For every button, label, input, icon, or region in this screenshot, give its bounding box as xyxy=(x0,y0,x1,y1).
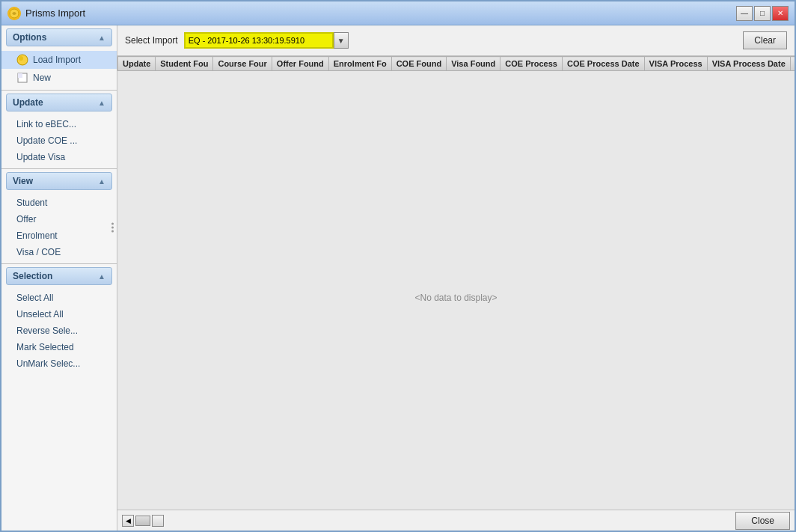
update-coe-label: Update COE ... xyxy=(16,135,77,146)
window-controls: — □ ✕ xyxy=(736,6,789,21)
section-header-selection[interactable]: Selection ▲ xyxy=(6,267,112,285)
col-update: Update xyxy=(118,57,156,71)
section-items-update: Link to eBEC... Update COE ... Update Vi… xyxy=(1,114,117,167)
offer-label: Offer xyxy=(16,214,36,224)
separator-3 xyxy=(1,263,117,264)
col-current-coe-status: Current COE Status xyxy=(790,57,795,71)
clear-button[interactable]: Clear xyxy=(743,31,787,49)
col-coe-process-date: COE Process Date xyxy=(562,57,644,71)
col-visa-process: VISA Process xyxy=(644,57,707,71)
unmark-selected-label: UnMark Selec... xyxy=(16,358,80,369)
col-offer-found: Offer Found xyxy=(272,57,328,71)
section-items-view: Student Offer Enrolment Visa / COE xyxy=(1,193,117,262)
grid-header-row: Update Student Fou Course Four Offer Fou… xyxy=(118,57,795,71)
sidebar-item-select-all[interactable]: Select All xyxy=(1,290,117,306)
window-title: Prisms Import xyxy=(25,7,85,19)
sidebar-item-unselect-all[interactable]: Unselect All xyxy=(1,306,117,322)
section-label-view: View xyxy=(13,176,33,186)
scroll-right-button[interactable]: ▶ xyxy=(152,515,164,527)
select-import-label: Select Import xyxy=(125,35,178,46)
combo-dropdown-arrow[interactable]: ▼ xyxy=(334,32,349,49)
bottom-bar: ◀ ▶ Close xyxy=(117,510,795,531)
col-coe-found: COE Found xyxy=(391,57,447,71)
load-import-label: Load Import xyxy=(33,55,81,65)
svg-point-3 xyxy=(19,56,23,61)
unselect-all-label: Unselect All xyxy=(16,309,64,319)
chevron-up-selection-icon: ▲ xyxy=(98,272,105,281)
select-all-label: Select All xyxy=(16,293,53,303)
import-combo-input[interactable] xyxy=(184,32,334,49)
resize-handle[interactable] xyxy=(111,223,117,233)
main-window: Prisms Import — □ ✕ Options ▲ xyxy=(0,0,796,532)
no-data-message: <No data to display> xyxy=(414,293,497,303)
separator-2 xyxy=(1,168,117,169)
section-header-view[interactable]: View ▲ xyxy=(6,172,112,190)
sidebar: Options ▲ Load Import xyxy=(1,25,117,531)
scroll-thumb[interactable] xyxy=(135,516,150,526)
grid-container[interactable]: Update Student Fou Course Four Offer Fou… xyxy=(117,56,795,510)
student-label: Student xyxy=(16,198,47,208)
sidebar-item-mark-selected[interactable]: Mark Selected xyxy=(1,339,117,355)
sidebar-item-update-coe[interactable]: Update COE ... xyxy=(1,132,117,149)
title-close-button[interactable]: ✕ xyxy=(772,6,789,21)
svg-rect-5 xyxy=(18,73,22,78)
col-visa-process-date: VISA Process Date xyxy=(707,57,790,71)
sidebar-item-enrolment[interactable]: Enrolment xyxy=(1,227,117,244)
section-items-selection: Select All Unselect All Reverse Sele... … xyxy=(1,288,117,373)
sidebar-item-link-to-ebec[interactable]: Link to eBEC... xyxy=(1,116,117,132)
app-icon xyxy=(7,7,21,20)
reverse-select-label: Reverse Sele... xyxy=(16,325,78,336)
chevron-up-icon: ▲ xyxy=(98,34,105,42)
update-visa-label: Update Visa xyxy=(16,152,65,162)
chevron-up-view-icon: ▲ xyxy=(98,177,105,186)
close-button[interactable]: Close xyxy=(735,512,790,530)
col-coe-process: COE Process xyxy=(500,57,563,71)
sidebar-item-new[interactable]: New xyxy=(1,69,117,87)
title-bar-left: Prisms Import xyxy=(7,7,85,20)
content-area: Options ▲ Load Import xyxy=(1,25,795,531)
sidebar-item-visa-coe[interactable]: Visa / COE xyxy=(1,244,117,260)
grid-table: Update Student Fou Course Four Offer Fou… xyxy=(117,56,795,71)
minimize-button[interactable]: — xyxy=(736,6,753,21)
col-student-found: Student Fou xyxy=(156,57,213,71)
sidebar-item-load-import[interactable]: Load Import xyxy=(1,51,117,69)
section-label-options: Options xyxy=(13,32,46,43)
sidebar-item-unmark-selected[interactable]: UnMark Selec... xyxy=(1,355,117,372)
section-label-selection: Selection xyxy=(13,271,52,281)
sidebar-item-student[interactable]: Student xyxy=(1,195,117,211)
scroll-left-button[interactable]: ◀ xyxy=(122,515,134,527)
maximize-button[interactable]: □ xyxy=(754,6,771,21)
mark-selected-label: Mark Selected xyxy=(16,342,74,352)
main-area: Select Import ▼ Clear Update Student Fou… xyxy=(117,25,795,531)
load-import-icon xyxy=(16,54,28,66)
horizontal-scrollbar[interactable]: ◀ ▶ xyxy=(122,515,164,527)
enrolment-label: Enrolment xyxy=(16,230,58,241)
visa-coe-label: Visa / COE xyxy=(16,247,61,257)
toolbar: Select Import ▼ Clear xyxy=(117,25,795,56)
sidebar-item-update-visa[interactable]: Update Visa xyxy=(1,149,117,165)
new-label: New xyxy=(33,73,51,83)
col-course-found: Course Four xyxy=(213,57,272,71)
sidebar-item-offer[interactable]: Offer xyxy=(1,211,117,227)
separator-1 xyxy=(1,90,117,91)
new-icon xyxy=(16,72,28,84)
select-import-combo: ▼ xyxy=(184,32,349,49)
section-header-update[interactable]: Update ▲ xyxy=(6,94,112,111)
section-items-options: Load Import New xyxy=(1,49,117,88)
col-visa-found: Visa Found xyxy=(447,57,500,71)
col-enrolment-found: Enrolment Fo xyxy=(328,57,391,71)
title-bar: Prisms Import — □ ✕ xyxy=(1,1,795,25)
sidebar-item-reverse-select[interactable]: Reverse Sele... xyxy=(1,322,117,339)
link-to-ebec-label: Link to eBEC... xyxy=(16,119,76,129)
section-label-update: Update xyxy=(13,97,43,108)
chevron-up-update-icon: ▲ xyxy=(98,99,105,107)
section-header-options[interactable]: Options ▲ xyxy=(6,28,112,46)
